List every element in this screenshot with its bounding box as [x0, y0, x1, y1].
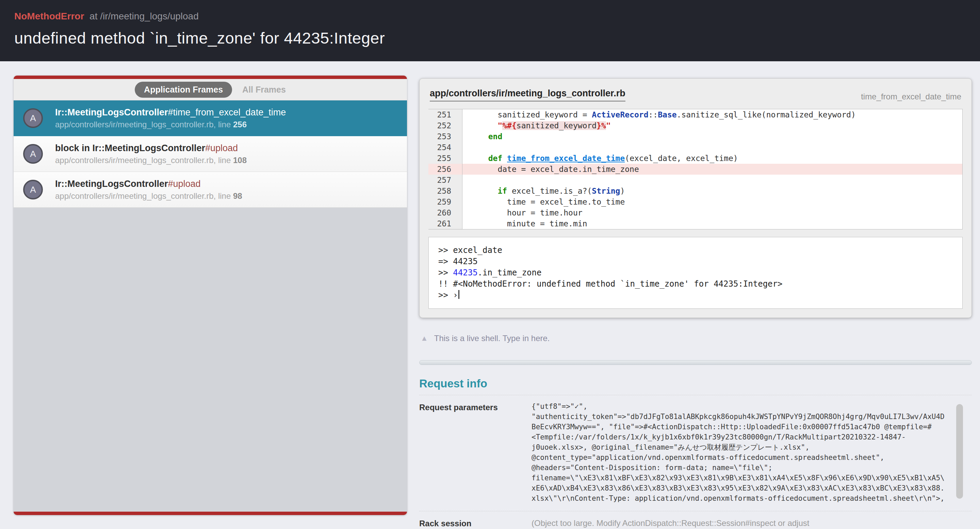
line-number: 260 — [428, 207, 463, 218]
code-text: time = excel_time.to_time — [463, 196, 962, 207]
console-line: >> excel_date — [438, 245, 953, 256]
warning-triangle-icon: ▲ — [421, 334, 428, 343]
line-number: 257 — [428, 175, 463, 185]
code-panel-header: app/controllers/ir/meeting_logs_controll… — [420, 79, 972, 109]
code-line: 252 "%#{sanitized_keyword}%" — [428, 120, 962, 131]
file-path-link[interactable]: app/controllers/ir/meeting_logs_controll… — [430, 88, 625, 102]
stack-frame-item[interactable]: A Ir::MeetingLogsController#time_from_ex… — [14, 100, 407, 136]
code-text: hour = time.hour — [463, 207, 962, 218]
error-summary-line: NoMethodError at /ir/meeting_logs/upload — [14, 11, 966, 22]
line-number: 261 — [428, 218, 463, 229]
repl-console[interactable]: >> excel_date=> 44235>> 44235.in_time_zo… — [428, 237, 963, 309]
line-number: 254 — [428, 142, 463, 153]
line-number: 259 — [428, 196, 463, 207]
code-line: 255 def time_from_excel_date_time(excel_… — [428, 153, 962, 164]
source-code-block: 251 sanitized_keyword = ActiveRecord::Ba… — [428, 109, 963, 229]
code-panel: app/controllers/ir/meeting_logs_controll… — [419, 78, 972, 318]
application-frame-badge-icon: A — [23, 180, 43, 199]
error-header: NoMethodError at /ir/meeting_logs/upload… — [0, 0, 980, 61]
application-frame-badge-icon: A — [23, 144, 43, 164]
console-line: >> 44235.in_time_zone — [438, 267, 953, 279]
scrollbar-thumb[interactable] — [956, 404, 963, 499]
request-info-heading: Request info — [419, 377, 972, 390]
row-value: {"utf8"=>"✓", "authenticity_token"=>"db7… — [531, 402, 972, 504]
frame-location: app/controllers/ir/meeting_logs_controll… — [55, 120, 286, 129]
line-number: 252 — [428, 120, 463, 131]
console-line: >> › — [438, 290, 953, 301]
code-line: 261 minute = time.min — [428, 218, 962, 229]
code-text: "%#{sanitized_keyword}%" — [463, 120, 962, 131]
code-text — [463, 142, 962, 153]
request-info-row: Rack session(Object too large. Modify Ac… — [419, 511, 972, 529]
frame-title: Ir::MeetingLogsController#upload — [55, 178, 242, 190]
frame-title: block in Ir::MeetingLogsController#uploa… — [55, 143, 247, 154]
code-text: sanitized_keyword = ActiveRecord::Base.s… — [463, 109, 962, 120]
row-label: Rack session — [419, 518, 531, 529]
row-label: Request parameters — [419, 402, 531, 504]
code-text: def time_from_excel_date_time(excel_date… — [463, 153, 962, 164]
detail-column: app/controllers/ir/meeting_logs_controll… — [419, 76, 972, 529]
line-number: 253 — [428, 131, 463, 142]
request-info-row: Request parameters{"utf8"=>"✓", "authent… — [419, 395, 972, 511]
row-value-text: (Object too large. Modify ActionDispatch… — [531, 518, 948, 529]
code-line-highlighted: 256 date = excel_date.in_time_zone — [428, 164, 962, 175]
stack-frames-list: A Ir::MeetingLogsController#time_from_ex… — [14, 100, 407, 208]
sidebar-filler — [14, 208, 407, 511]
main-content: Application Frames All Frames A Ir::Meet… — [0, 61, 980, 529]
code-line: 260 hour = time.hour — [428, 207, 962, 218]
section-divider — [419, 360, 972, 365]
console-line: !! #<NoMethodError: undefined method `in… — [438, 279, 953, 290]
code-text: minute = time.min — [463, 218, 962, 229]
frame-title: Ir::MeetingLogsController#time_from_exce… — [55, 107, 286, 118]
code-line: 259 time = excel_time.to_time — [428, 196, 962, 207]
live-shell-hint: ▲ This is a live shell. Type in here. — [419, 334, 972, 343]
line-number: 258 — [428, 185, 463, 196]
code-text: date = excel_date.in_time_zone — [463, 164, 962, 175]
code-line: 254 — [428, 142, 962, 153]
exception-class: NoMethodError — [14, 11, 84, 21]
code-line: 258 if excel_time.is_a?(String) — [428, 185, 962, 196]
row-value-text: {"utf8"=>"✓", "authenticity_token"=>"db7… — [531, 402, 948, 504]
frame-location: app/controllers/ir/meeting_logs_controll… — [55, 191, 242, 201]
request-path: at /ir/meeting_logs/upload — [89, 11, 199, 21]
line-number: 251 — [428, 109, 463, 120]
method-name-label: time_from_excel_date_time — [861, 92, 961, 102]
row-value: (Object too large. Modify ActionDispatch… — [531, 518, 972, 529]
application-frame-badge-icon: A — [23, 108, 43, 128]
stack-frame-item[interactable]: A block in Ir::MeetingLogsController#upl… — [14, 136, 407, 172]
frame-location: app/controllers/ir/meeting_logs_controll… — [55, 156, 247, 165]
code-line: 251 sanitized_keyword = ActiveRecord::Ba… — [428, 109, 962, 120]
error-message: undefined method `in_time_zone' for 4423… — [14, 29, 966, 47]
stack-frame-item[interactable]: A Ir::MeetingLogsController#upload app/c… — [14, 172, 407, 208]
stack-frames-sidebar: Application Frames All Frames A Ir::Meet… — [14, 76, 407, 515]
request-info-table: Request parameters{"utf8"=>"✓", "authent… — [419, 395, 972, 529]
all-frames-button[interactable]: All Frames — [242, 85, 286, 95]
code-line: 257 — [428, 175, 962, 185]
code-text: end — [463, 131, 962, 142]
application-frames-button[interactable]: Application Frames — [135, 82, 232, 98]
line-number: 255 — [428, 153, 463, 164]
console-line: => 44235 — [438, 256, 953, 267]
text-cursor — [458, 290, 460, 299]
frames-filter-toggle: Application Frames All Frames — [14, 79, 407, 100]
code-text: if excel_time.is_a?(String) — [463, 185, 962, 196]
code-text — [463, 175, 962, 185]
line-number: 256 — [428, 164, 463, 175]
code-line: 253 end — [428, 131, 962, 142]
